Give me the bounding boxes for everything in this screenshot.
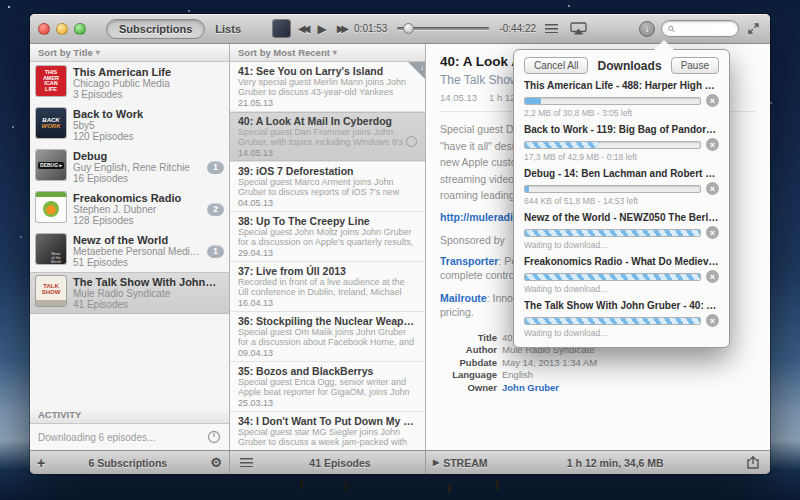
episode-row[interactable]: 38: Up To The Creepy Line Special guest … [230, 212, 425, 262]
episode-date: 29.04.13 [238, 248, 415, 259]
metadata-label: Owner [440, 382, 502, 395]
download-item: This American Life - 488: Harper High Sc… [524, 80, 719, 118]
pause-button[interactable]: Pause [671, 57, 719, 74]
episode-row[interactable]: 34: I Don't Want To Put Down My Drink Sp… [230, 412, 425, 450]
download-status: Waiting to download... [524, 328, 719, 338]
podcast-row[interactable]: THISAMERICANLIFE This American Life Chic… [30, 62, 229, 104]
podcast-row[interactable]: Newzof theWorld Newz of the World Metaeb… [30, 230, 229, 272]
podcast-episode-count: 128 Episodes [73, 215, 200, 226]
sidebar-sort-label: Sort by Title [38, 47, 93, 58]
stream-button[interactable]: ▶ STREAM [433, 457, 488, 469]
episode-title: 35: Bozos and BlackBerrys [238, 365, 415, 378]
settings-button[interactable]: ⚙ [210, 456, 222, 469]
activity-row[interactable]: Downloading 6 episodes... [30, 424, 229, 450]
podcast-row[interactable]: Freakonomics Radio Stephen J. Dubner 128… [30, 188, 229, 230]
episode-description: Special guest Dan Frommer joins John Gru… [238, 128, 415, 147]
podcast-episode-count: 3 Episodes [73, 89, 224, 100]
podcast-artwork-text: TALKSHOW [42, 283, 61, 296]
download-progress-bar [524, 141, 701, 149]
metadata-value: May 14, 2013 1:34 AM [502, 357, 597, 370]
episode-description: Recorded in front of a live audience at … [238, 278, 415, 297]
sponsor-link[interactable]: Transporter [440, 255, 498, 267]
search-input[interactable] [678, 23, 732, 34]
podcast-author: Mule Radio Syndicate [73, 288, 224, 299]
metadata-row: Language English [440, 369, 756, 382]
airplay-button[interactable] [567, 22, 590, 35]
minimize-window-button[interactable] [56, 23, 68, 35]
episode-description: Special guest star MG Siegler joins John… [238, 428, 415, 447]
episode-row[interactable]: 37: Live from Úll 2013 Recorded in front… [230, 262, 425, 312]
episode-row[interactable]: 36: Stockpiling the Nuclear Weapons of… … [230, 312, 425, 362]
episode-download-progress-icon [406, 136, 417, 147]
episode-description: Special guest Marco Arment joins John Gr… [238, 178, 415, 197]
episode-date: 14.05.13 [238, 148, 415, 159]
download-progress-bar [524, 317, 701, 325]
list-view-icon [240, 458, 253, 467]
activity-progress-icon [207, 430, 221, 444]
stream-label: STREAM [443, 457, 487, 469]
podcast-row[interactable]: BACKWORK Back to Work 5by5 120 Episodes [30, 104, 229, 146]
zoom-window-button[interactable] [74, 23, 86, 35]
cancel-download-button[interactable]: × [706, 270, 719, 283]
metadata-value: English [502, 369, 533, 382]
episode-date: 04.05.13 [238, 198, 415, 209]
cancel-download-button[interactable]: × [706, 94, 719, 107]
play-button[interactable]: ▶ [315, 23, 328, 35]
cancel-download-button[interactable]: × [706, 314, 719, 327]
forward-button[interactable]: ▶▶ [335, 23, 348, 35]
playlist-button[interactable] [542, 24, 561, 33]
view-segmented-control: Subscriptions Lists [106, 19, 251, 39]
podcast-episode-count: 16 Episodes [73, 173, 200, 184]
detail-date: 14.05.13 [440, 92, 477, 103]
episode-view-button[interactable] [237, 458, 256, 467]
downloads-popover-button[interactable]: ↓ [639, 21, 655, 37]
cancel-all-button[interactable]: Cancel All [524, 57, 588, 74]
cancel-download-button[interactable]: × [706, 138, 719, 151]
search-field[interactable] [661, 20, 739, 37]
metadata-value[interactable]: John Gruber [502, 382, 559, 395]
tab-lists[interactable]: Lists [205, 20, 251, 38]
cancel-download-button[interactable]: × [706, 226, 719, 239]
rewind-button[interactable]: ◀◀ [296, 23, 309, 35]
podcast-text: This American Life Chicago Public Media … [73, 66, 224, 100]
podcast-text: Freakonomics Radio Stephen J. Dubner 128… [73, 192, 200, 226]
episode-size-status: 1 h 12 min, 34,6 MB [494, 457, 738, 469]
fullscreen-button[interactable] [745, 23, 762, 34]
podcast-title: Freakonomics Radio [73, 192, 200, 204]
episode-title: 40: A Look At Mail In Cyberdog [238, 115, 415, 128]
sidebar-sort-header[interactable]: Sort by Title ▾ [30, 44, 229, 62]
subscriptions-count: 6 Subscriptions [51, 457, 204, 469]
podcast-row[interactable]: DEBUG ▸ Debug Guy English, Rene Ritchie … [30, 146, 229, 188]
airplay-icon [570, 22, 587, 35]
episode-row[interactable]: ↓ 41: See You on Larry's Island Very spe… [230, 62, 425, 112]
sponsor-link[interactable]: Mailroute [440, 292, 487, 304]
download-title: The Talk Show With John Gruber - 40: A L… [524, 300, 719, 312]
episode-title: 37: Live from Úll 2013 [238, 265, 415, 278]
episodes-sort-header[interactable]: Sort by Most Recent ▾ [230, 44, 425, 62]
podcast-artwork-text: DEBUG ▸ [38, 162, 64, 169]
close-window-button[interactable] [38, 23, 50, 35]
tab-subscriptions[interactable]: Subscriptions [106, 19, 205, 39]
episode-title: 36: Stockpiling the Nuclear Weapons of… [238, 315, 415, 328]
share-button[interactable] [743, 456, 763, 469]
podcast-title: The Talk Show With John… [73, 276, 224, 288]
episode-row[interactable]: 35: Bozos and BlackBerrys Special guest … [230, 362, 425, 412]
episode-row[interactable]: 40: A Look At Mail In Cyberdog Special g… [230, 112, 425, 162]
bottom-bar-subscriptions-section: + 6 Subscriptions ⚙ [30, 451, 230, 474]
scrubber-knob[interactable] [403, 23, 414, 34]
download-progress-bar [524, 229, 701, 237]
sidebar-spacer [30, 314, 229, 406]
download-item: Newz of the World - NEWZ050 The Berlusco… [524, 212, 719, 250]
playback-scrubber[interactable] [397, 27, 489, 30]
cancel-download-button[interactable]: × [706, 182, 719, 195]
podcast-row[interactable]: TALKSHOW The Talk Show With John… Mule R… [30, 272, 229, 314]
episodes-count: 41 Episodes [262, 457, 418, 469]
podcast-text: Newz of the World Metaebene Personal Med… [73, 234, 200, 268]
add-subscription-button[interactable]: + [37, 456, 45, 470]
podcast-artwork-text: BACKWORK [42, 117, 61, 130]
download-status: Waiting to download... [524, 240, 719, 250]
episode-row[interactable]: 39: iOS 7 Deforestation Special guest Ma… [230, 162, 425, 212]
download-item: Freakonomics Radio - What Do Medieval Nu… [524, 256, 719, 294]
episode-description: Special guest Erica Ogg, senior writer a… [238, 378, 415, 397]
download-progress-fill [525, 98, 541, 104]
